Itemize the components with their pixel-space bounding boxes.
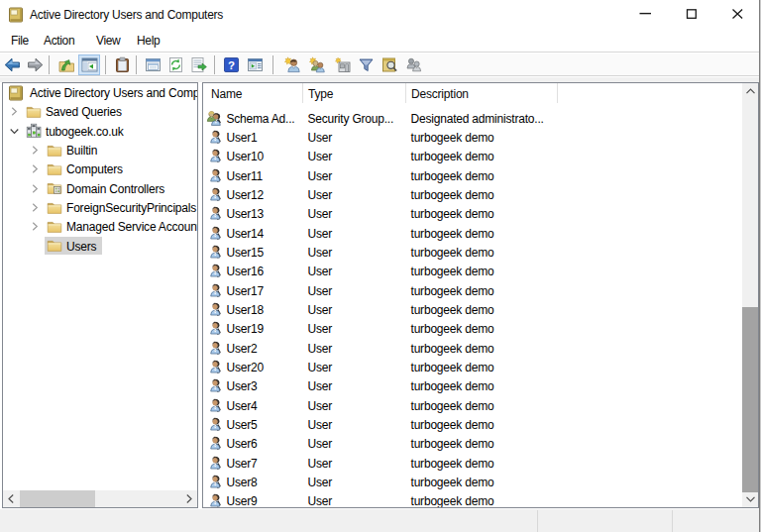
svg-text:?: ? bbox=[228, 59, 235, 71]
